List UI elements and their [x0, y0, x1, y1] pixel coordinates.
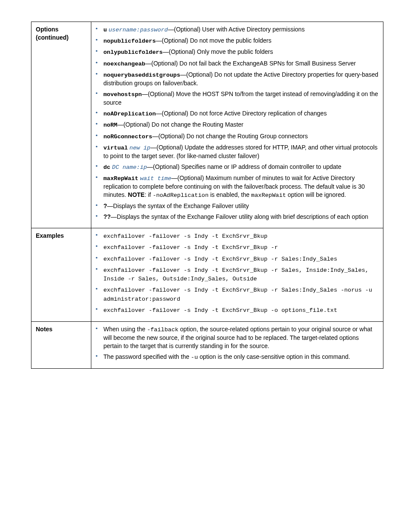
option-cmd: noRM — [103, 122, 117, 128]
option-desc: —(Optional) Only move the public folders — [163, 48, 273, 55]
option-item: nopublicfolders—(Optional) Do not move t… — [96, 37, 379, 45]
options-label-2: (continued) — [36, 34, 68, 41]
row-notes-content: When using the -failback option, the sou… — [91, 321, 383, 368]
example-item: exchfailover -failover -s Indy -t ExchSr… — [96, 266, 379, 283]
example-code: exchfailover -failover -s Indy -t ExchSr… — [103, 233, 268, 240]
option-item: noADreplication—(Optional) Do not force … — [96, 109, 379, 118]
options-label-1: Options — [36, 26, 59, 33]
option-cmd: nopublicfolders — [103, 38, 156, 44]
option-code2: maxRepWait — [251, 192, 286, 199]
example-item: exchfailover -failover -s Indy -t ExchSr… — [96, 255, 379, 263]
option-mid: : if — [145, 191, 153, 198]
option-desc: —(Optional) Do not change the Routing Ma… — [117, 121, 243, 128]
option-desc: —(Optional) Specifies name or IP address… — [147, 163, 341, 170]
example-code: exchfailover -failover -s Indy -t ExchSr… — [103, 307, 337, 314]
option-cmd: noquerybaseddistgroups — [103, 72, 180, 78]
option-desc: —(Optional) Do not move the public folde… — [156, 37, 271, 44]
option-var: username:password — [109, 27, 168, 33]
note-code: -u — [191, 354, 198, 361]
row-options-content: u username:password—(Optional) User with… — [91, 22, 383, 228]
option-var: wait time — [140, 175, 171, 182]
option-cmd: ? — [103, 202, 107, 209]
option-item: u username:password—(Optional) User with… — [96, 25, 379, 34]
option-item: ??—Displays the syntax of the Exchange F… — [96, 213, 379, 221]
option-cmd: noRGconnectors — [103, 134, 152, 140]
option-desc: —(Optional) User with Active Directory p… — [168, 26, 305, 33]
option-var: DC name:ip — [112, 164, 147, 171]
note-pre: The password specified with the — [103, 353, 191, 360]
option-desc: —(Optional) Move the HOST SPN to/from th… — [103, 90, 378, 106]
example-item: exchfailover -failover -s Indy -t ExchSr… — [96, 306, 379, 314]
example-code: exchfailover -failover -s Indy -t ExchSr… — [103, 287, 372, 302]
option-item: noRGconnectors—(Optional) Do not change … — [96, 132, 379, 141]
note-item: When using the -failback option, the sou… — [96, 325, 379, 350]
option-desc: —(Optional) Do not change the Routing Gr… — [152, 133, 308, 140]
option-post: option will be ignored. — [286, 191, 346, 198]
example-item: exchfailover -failover -s Indy -t ExchSr… — [96, 232, 379, 240]
example-item: exchfailover -failover -s Indy -t ExchSr… — [96, 286, 379, 303]
option-code: -noAdReplication — [153, 192, 209, 199]
option-note: NOTE — [128, 191, 145, 198]
option-cmd: noADreplication — [103, 111, 156, 117]
row-examples-label: Examples — [31, 228, 91, 322]
option-item: ?—Displays the syntax of the Exchange Fa… — [96, 202, 379, 210]
option-cmd: virtual — [103, 145, 128, 151]
example-code: exchfailover -failover -s Indy -t ExchSr… — [103, 244, 278, 251]
note-code: -failback — [147, 327, 178, 333]
option-desc: —(Optional) Do not fail back the Exchang… — [145, 60, 356, 67]
note-item: The password specified with the -u optio… — [96, 353, 379, 361]
option-item: virtual new ip—(Optional) Update the add… — [96, 143, 379, 160]
option-desc: —Displays the syntax of the Exchange Fai… — [107, 202, 249, 209]
option-cmd: onlypublicfolders — [103, 49, 163, 56]
option-mid2: is enabled, the — [209, 191, 251, 198]
example-code: exchfailover -failover -s Indy -t ExchSr… — [103, 256, 337, 262]
option-item: onlypublicfolders—(Optional) Only move t… — [96, 48, 379, 56]
option-item: noexchangeab—(Optional) Do not fail back… — [96, 59, 379, 68]
option-item: dc DC name:ip—(Optional) Specifies name … — [96, 163, 379, 171]
option-item: noRM—(Optional) Do not change the Routin… — [96, 121, 379, 129]
example-item: exchfailover -failover -s Indy -t ExchSr… — [96, 243, 379, 252]
row-examples-content: exchfailover -failover -s Indy -t ExchSr… — [91, 228, 383, 322]
option-cmd: u — [103, 27, 107, 33]
option-item: movehostspn—(Optional) Move the HOST SPN… — [96, 90, 379, 107]
option-cmd: maxRepWait — [103, 175, 138, 182]
note-post: option is the only case-sensitive option… — [198, 353, 350, 360]
option-cmd: noexchangeab — [103, 61, 145, 67]
option-var: new ip — [130, 145, 151, 151]
option-desc: —Displays the syntax of the Exchange Fai… — [111, 213, 368, 220]
option-item: noquerybaseddistgroups—(Optional) Do not… — [96, 71, 379, 87]
option-item: maxRepWait wait time—(Optional) Maximum … — [96, 174, 379, 199]
note-pre: When using the — [103, 326, 147, 333]
row-notes-label: Notes — [31, 321, 91, 368]
option-cmd: ?? — [103, 213, 111, 220]
example-code: exchfailover -failover -s Indy -t ExchSr… — [103, 267, 369, 282]
row-options-label: Options (continued) — [31, 22, 91, 228]
option-desc: —(Optional) Do not force Active Director… — [156, 110, 327, 117]
option-cmd: movehostspn — [103, 91, 142, 98]
option-cmd: dc — [103, 164, 110, 171]
reference-table: Options (continued) u username:password—… — [31, 22, 383, 369]
